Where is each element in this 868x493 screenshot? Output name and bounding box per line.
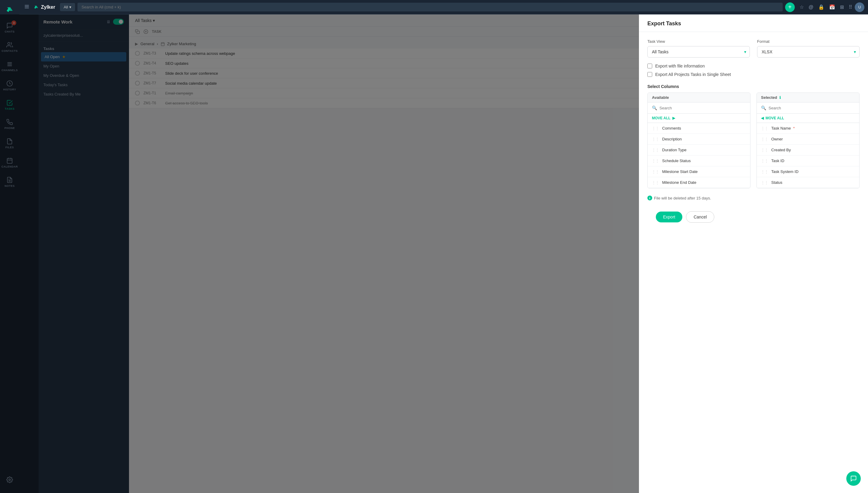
all-dropdown[interactable]: All ▾ [60,3,75,11]
list-item[interactable]: ⋮⋮ Task ID [757,155,859,166]
list-item[interactable]: ⋮⋮ Duration Type [648,145,750,155]
column-item-label: Owner [771,137,783,141]
available-search: 🔍 [648,103,750,114]
task-view-label: Task View [647,39,750,44]
app-logo[interactable] [4,4,16,16]
drag-handle-icon: ⋮⋮ [761,126,768,130]
selected-search-icon: 🔍 [761,105,766,110]
drag-handle-icon: ⋮⋮ [761,159,768,163]
selected-column-items: ⋮⋮ Task Name * ⋮⋮ Owner ⋮⋮ Created By [757,123,859,188]
user-avatar[interactable]: U [855,2,864,12]
select-columns-section: Select Columns Available 🔍 MOVE ALL ▶ [647,84,860,188]
available-column-items: ⋮⋮ Comments ⋮⋮ Description ⋮⋮ Duration T… [648,123,750,188]
drag-handle-icon: ⋮⋮ [652,180,659,185]
move-all-right-arrow-icon: ▶ [672,116,675,120]
drag-handle-icon: ⋮⋮ [652,137,659,141]
column-item-label: Created By [771,148,791,152]
all-dropdown-label: All [64,5,68,9]
column-item-label: Duration Type [662,148,687,152]
column-item-label: Schedule Status [662,158,691,163]
selected-search-input[interactable] [768,106,855,110]
available-columns-panel: Available 🔍 MOVE ALL ▶ ⋮⋮ Comments [647,92,751,188]
drag-handle-icon: ⋮⋮ [652,126,659,130]
column-item-label: Milestone End Date [662,180,696,185]
export-all-projects-label: Export All Projects Tasks in Single Shee… [655,72,731,77]
drag-handle-icon: ⋮⋮ [761,148,768,152]
search-area: All ▾ + [60,2,795,12]
calendar-icon[interactable]: 📅 [829,4,835,10]
drag-handle-icon: ⋮⋮ [761,170,768,174]
column-item-label: Status [771,180,782,185]
topbar-icons: ☆ @ 🔒 📅 ⊞ ⠿ [800,4,852,10]
form-row-dropdowns: Task View All Tasks Format XLSX CSV [647,39,860,58]
available-columns-header: Available [648,93,750,103]
selected-columns-panel: Selected ℹ 🔍 ◀ MOVE ALL ⋮⋮ Task [757,92,860,188]
export-all-projects-row: Export All Projects Tasks in Single Shee… [647,72,860,77]
drag-handle-icon: ⋮⋮ [761,180,768,185]
task-view-group: Task View All Tasks [647,39,750,58]
list-item[interactable]: ⋮⋮ Owner [757,134,859,145]
export-file-info-label: Export with file information [655,64,704,68]
selected-search: 🔍 [757,103,859,114]
export-file-info-checkbox[interactable] [647,64,652,68]
list-item[interactable]: ⋮⋮ Schedule Status [648,155,750,166]
list-item[interactable]: ⋮⋮ Milestone End Date [648,177,750,188]
topbar: Zylker All ▾ + ☆ @ 🔒 📅 ⊞ ⠿ U [19,0,868,15]
column-item-label: Task ID [771,158,784,163]
task-view-select[interactable]: All Tasks [647,46,750,58]
star-icon[interactable]: ☆ [800,4,804,10]
drag-handle-icon: ⋮⋮ [761,137,768,141]
column-item-label: Task Name * [771,126,795,130]
export-modal: Export Tasks Task View All Tasks Format … [639,15,868,493]
task-view-select-wrapper: All Tasks [647,46,750,58]
apps-icon[interactable]: ⊞ [840,4,844,10]
format-select-wrapper: XLSX CSV [757,46,860,58]
list-item[interactable]: ⋮⋮ Milestone Start Date [648,166,750,177]
modal-footer: Export Cancel [647,207,860,230]
list-item[interactable]: ⋮⋮ Comments [648,123,750,134]
grid-icon[interactable]: ⠿ [849,4,852,10]
format-group: Format XLSX CSV [757,39,860,58]
available-search-input[interactable] [659,106,746,110]
info-text: File will be deleted after 15 days. [654,196,711,200]
column-item-label: Comments [662,126,681,130]
drag-handle-icon: ⋮⋮ [652,170,659,174]
export-button[interactable]: Export [656,212,682,222]
export-all-projects-checkbox[interactable] [647,72,652,77]
float-chat-button[interactable] [846,471,861,486]
hamburger-button[interactable] [23,3,31,12]
selected-info-icon: ℹ [779,95,781,100]
add-button[interactable]: + [785,2,795,12]
lock-icon[interactable]: 🔒 [818,4,824,10]
mention-icon[interactable]: @ [809,4,813,10]
column-item-label: Milestone Start Date [662,169,698,174]
select-columns-title: Select Columns [647,84,860,89]
drag-handle-icon: ⋮⋮ [652,148,659,152]
format-label: Format [757,39,860,44]
move-all-right-label: MOVE ALL [652,116,671,120]
export-file-info-row: Export with file information [647,64,860,68]
app-name: Zylker [41,4,55,10]
list-item[interactable]: ⋮⋮ Task System ID [757,166,859,177]
list-item[interactable]: ⋮⋮ Status [757,177,859,188]
brand: Zylker [33,4,55,10]
move-all-right-button[interactable]: MOVE ALL ▶ [648,114,750,123]
column-item-label: Task System ID [771,169,798,174]
modal-title: Export Tasks [647,21,860,27]
drag-handle-icon: ⋮⋮ [652,159,659,163]
available-search-icon: 🔍 [652,105,657,110]
info-text-row: ℹ File will be deleted after 15 days. [647,196,860,200]
list-item[interactable]: ⋮⋮ Description [648,134,750,145]
selected-columns-header: Selected ℹ [757,93,859,103]
info-icon: ℹ [647,196,652,200]
move-all-left-button[interactable]: ◀ MOVE ALL [757,114,859,123]
global-search-input[interactable] [78,3,783,12]
list-item[interactable]: ⋮⋮ Task Name * [757,123,859,134]
columns-wrapper: Available 🔍 MOVE ALL ▶ ⋮⋮ Comments [647,92,860,188]
list-item[interactable]: ⋮⋮ Created By [757,145,859,155]
move-all-left-arrow-icon: ◀ [761,116,764,120]
cancel-button[interactable]: Cancel [686,211,714,223]
format-select[interactable]: XLSX CSV [757,46,860,58]
modal-body: Task View All Tasks Format XLSX CSV [639,32,868,493]
modal-header: Export Tasks [639,15,868,32]
